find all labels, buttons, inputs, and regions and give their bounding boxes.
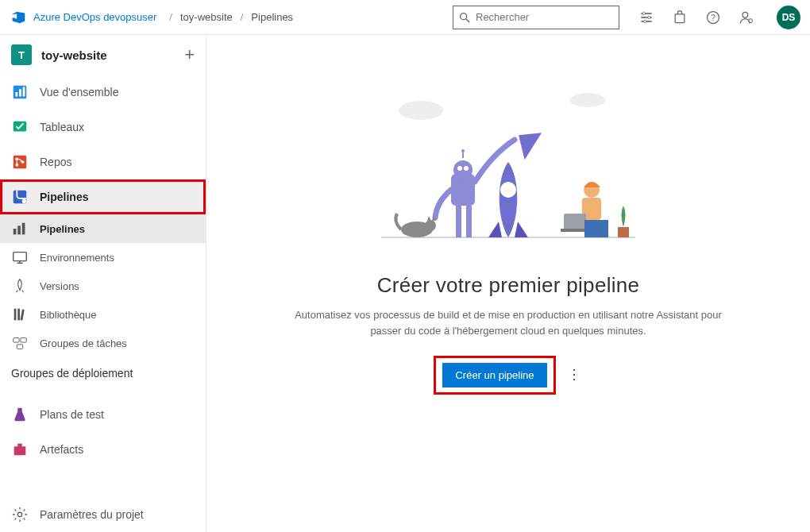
- library-icon: [11, 307, 29, 322]
- releases-icon: [11, 279, 29, 293]
- breadcrumb-separator: /: [241, 11, 244, 23]
- svg-point-41: [399, 101, 443, 120]
- sidebar-item-label: Vue d'ensemble: [40, 86, 118, 98]
- breadcrumb-section[interactable]: Pipelines: [251, 11, 293, 23]
- sidebar-item-boards[interactable]: Tableaux: [0, 110, 206, 145]
- cta-highlight-box: Créer un pipeline: [434, 356, 555, 395]
- testplans-icon: [11, 406, 29, 423]
- subnav-label: Versions: [40, 280, 79, 292]
- svg-point-47: [457, 166, 462, 171]
- sidebar-item-artifacts[interactable]: Artefacts: [0, 432, 206, 467]
- svg-rect-16: [23, 87, 25, 97]
- svg-rect-8: [675, 13, 685, 22]
- svg-rect-33: [17, 309, 20, 321]
- help-icon[interactable]: ?: [705, 10, 721, 25]
- svg-point-0: [461, 13, 467, 19]
- sidebar-item-settings[interactable]: Paramètres du projet: [0, 497, 206, 532]
- subnav-item-library[interactable]: Bibliothèque: [0, 300, 206, 329]
- sidebar-item-label: Pipelines: [40, 191, 88, 203]
- svg-rect-52: [466, 206, 472, 237]
- svg-rect-25: [17, 226, 21, 234]
- sidebar-item-label: Plans de test: [40, 408, 104, 421]
- svg-point-46: [453, 160, 472, 179]
- sidebar: T toy-website + Vue d'ensemble Tableaux: [0, 35, 206, 532]
- svg-marker-55: [427, 216, 431, 221]
- sidebar-item-label: Repos: [40, 156, 71, 168]
- subnav-item-deploymentgroups[interactable]: Groupes de déploiement: [0, 357, 206, 389]
- svg-point-23: [22, 199, 27, 204]
- sidebar-item-testplans[interactable]: Plans de test: [0, 397, 206, 432]
- svg-rect-15: [19, 89, 21, 96]
- gear-icon: [11, 506, 29, 523]
- artifacts-icon: [11, 441, 29, 458]
- svg-rect-38: [14, 446, 26, 455]
- overview-icon: [11, 83, 29, 101]
- svg-rect-34: [21, 310, 25, 321]
- repos-icon: [11, 153, 29, 171]
- pipelines-icon: [11, 188, 29, 206]
- svg-point-7: [644, 20, 646, 22]
- svg-point-40: [17, 512, 22, 517]
- subnav-item-releases[interactable]: Versions: [0, 272, 206, 300]
- svg-point-11: [742, 12, 748, 17]
- svg-line-30: [16, 291, 17, 293]
- more-options-icon[interactable]: ⋯: [566, 368, 584, 384]
- sidebar-item-pipelines[interactable]: Pipelines: [0, 179, 206, 214]
- svg-text:?: ?: [711, 13, 716, 22]
- azure-devops-logo-icon[interactable]: [10, 9, 27, 26]
- pipelines-sub-icon: [11, 222, 29, 236]
- subnav-label: Pipelines: [40, 223, 85, 235]
- svg-line-31: [22, 291, 24, 293]
- subnav-item-taskgroups[interactable]: Groupes de tâches: [0, 329, 206, 357]
- sidebar-item-repos[interactable]: Repos: [0, 145, 206, 179]
- svg-rect-18: [14, 156, 27, 169]
- svg-point-42: [570, 93, 605, 107]
- sidebar-item-label: Artefacts: [40, 443, 83, 456]
- svg-rect-59: [564, 214, 586, 229]
- svg-rect-14: [16, 92, 18, 97]
- svg-rect-32: [14, 309, 17, 321]
- search-input[interactable]: [476, 11, 614, 23]
- svg-point-54: [425, 220, 436, 231]
- svg-point-6: [648, 16, 650, 18]
- project-header[interactable]: T toy-website +: [0, 35, 206, 75]
- boards-icon: [11, 118, 29, 136]
- breadcrumb-separator: /: [169, 11, 172, 23]
- sidebar-item-label: Tableaux: [40, 121, 84, 133]
- svg-rect-37: [17, 345, 22, 349]
- filter-icon[interactable]: [638, 10, 654, 25]
- create-pipeline-button[interactable]: Créer un pipeline: [442, 363, 546, 387]
- svg-rect-36: [21, 338, 26, 343]
- svg-rect-39: [17, 444, 22, 448]
- subnav-label: Groupes de déploiement: [11, 367, 133, 380]
- svg-rect-51: [456, 206, 461, 237]
- svg-line-1: [466, 19, 469, 22]
- svg-rect-35: [14, 338, 19, 343]
- svg-point-5: [642, 12, 645, 14]
- taskgroups-icon: [11, 336, 29, 350]
- svg-point-48: [464, 166, 469, 171]
- user-settings-icon[interactable]: [739, 10, 754, 25]
- org-link[interactable]: Azure DevOps devopsuser: [33, 11, 156, 23]
- sidebar-item-overview[interactable]: Vue d'ensemble: [0, 75, 206, 110]
- svg-rect-61: [584, 220, 608, 237]
- empty-state-title: Créer votre premier pipeline: [377, 273, 640, 298]
- search-icon: [458, 11, 471, 24]
- top-bar: Azure DevOps devopsuser / toy-website / …: [0, 0, 810, 35]
- svg-point-44: [500, 182, 516, 198]
- project-badge: T: [11, 44, 32, 65]
- subnav-label: Groupes de tâches: [40, 337, 127, 349]
- plus-icon[interactable]: +: [184, 44, 195, 65]
- breadcrumb-project[interactable]: toy-website: [180, 11, 233, 23]
- search-box[interactable]: [453, 6, 619, 29]
- project-name: toy-website: [41, 48, 184, 62]
- main-content: Créer votre premier pipeline Automatisez…: [206, 35, 810, 532]
- subnav-item-environments[interactable]: Environnements: [0, 243, 206, 272]
- svg-point-50: [461, 149, 465, 152]
- avatar[interactable]: DS: [777, 6, 800, 29]
- subnav-item-pipelines[interactable]: Pipelines: [0, 214, 206, 243]
- svg-rect-24: [14, 229, 17, 234]
- marketplace-icon[interactable]: [672, 10, 688, 25]
- subnav-label: Bibliothèque: [40, 309, 97, 321]
- svg-rect-62: [618, 227, 629, 237]
